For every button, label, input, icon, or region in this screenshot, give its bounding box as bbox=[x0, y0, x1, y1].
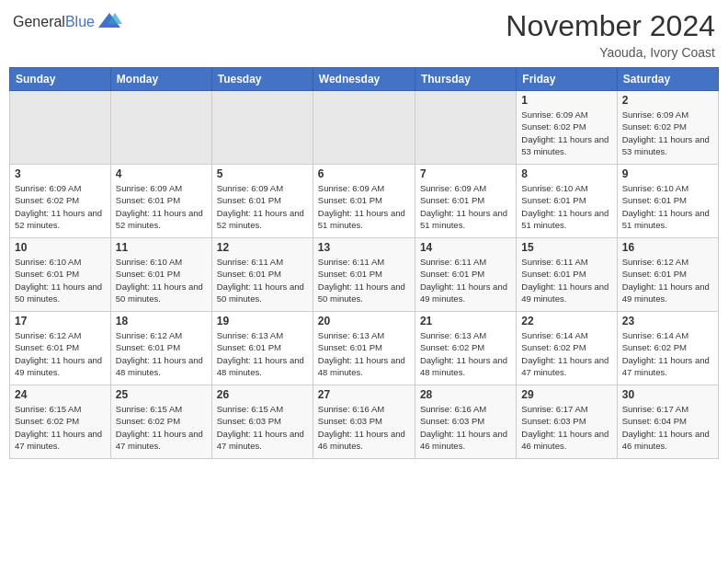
day-number: 14 bbox=[420, 241, 511, 254]
day-info: Sunrise: 6:13 AMSunset: 6:01 PMDaylight:… bbox=[217, 329, 308, 378]
day-number: 7 bbox=[420, 167, 511, 180]
day-info: Sunrise: 6:15 AMSunset: 6:03 PMDaylight:… bbox=[217, 403, 308, 452]
calendar-cell: 18Sunrise: 6:12 AMSunset: 6:01 PMDayligh… bbox=[110, 312, 211, 385]
calendar-cell: 1Sunrise: 6:09 AMSunset: 6:02 PMDaylight… bbox=[517, 91, 617, 165]
day-number: 15 bbox=[521, 241, 611, 254]
day-number: 11 bbox=[116, 241, 207, 254]
title-block: November 2024 Yaouda, Ivory Coast bbox=[506, 9, 715, 60]
day-number: 8 bbox=[521, 167, 611, 180]
day-info: Sunrise: 6:09 AMSunset: 6:02 PMDaylight:… bbox=[622, 109, 713, 157]
calendar-cell: 15Sunrise: 6:11 AMSunset: 6:01 PMDayligh… bbox=[517, 238, 617, 312]
calendar-week-row: 24Sunrise: 6:15 AMSunset: 6:02 PMDayligh… bbox=[10, 385, 719, 459]
day-number: 5 bbox=[217, 167, 308, 180]
calendar-cell: 17Sunrise: 6:12 AMSunset: 6:01 PMDayligh… bbox=[10, 312, 111, 385]
day-number: 28 bbox=[420, 388, 511, 401]
day-info: Sunrise: 6:11 AMSunset: 6:01 PMDaylight:… bbox=[318, 256, 410, 304]
day-number: 17 bbox=[15, 315, 106, 327]
day-info: Sunrise: 6:12 AMSunset: 6:01 PMDaylight:… bbox=[15, 329, 106, 378]
calendar-cell: 23Sunrise: 6:14 AMSunset: 6:02 PMDayligh… bbox=[617, 312, 718, 385]
weekday-header: Sunday bbox=[10, 68, 111, 91]
day-number: 10 bbox=[15, 241, 106, 254]
calendar-cell: 27Sunrise: 6:16 AMSunset: 6:03 PMDayligh… bbox=[313, 385, 415, 459]
calendar-cell: 6Sunrise: 6:09 AMSunset: 6:01 PMDaylight… bbox=[313, 165, 415, 238]
location: Yaouda, Ivory Coast bbox=[506, 45, 715, 60]
day-number: 26 bbox=[217, 388, 308, 401]
day-info: Sunrise: 6:11 AMSunset: 6:01 PMDaylight:… bbox=[521, 256, 611, 304]
day-number: 20 bbox=[318, 315, 410, 327]
day-info: Sunrise: 6:10 AMSunset: 6:01 PMDaylight:… bbox=[521, 182, 611, 231]
calendar-cell: 26Sunrise: 6:15 AMSunset: 6:03 PMDayligh… bbox=[211, 385, 313, 459]
calendar-cell: 19Sunrise: 6:13 AMSunset: 6:01 PMDayligh… bbox=[211, 312, 313, 385]
day-number: 3 bbox=[15, 167, 106, 180]
weekday-header: Saturday bbox=[617, 68, 718, 91]
day-info: Sunrise: 6:12 AMSunset: 6:01 PMDaylight:… bbox=[116, 329, 207, 378]
weekday-header: Friday bbox=[517, 68, 617, 91]
calendar-cell: 9Sunrise: 6:10 AMSunset: 6:01 PMDaylight… bbox=[617, 165, 718, 238]
logo-general-text: General bbox=[13, 14, 65, 29]
calendar-cell bbox=[10, 91, 111, 165]
page: GeneralBlue November 2024 Yaouda, Ivory … bbox=[0, 0, 728, 563]
calendar-cell: 2Sunrise: 6:09 AMSunset: 6:02 PMDaylight… bbox=[617, 91, 718, 165]
day-info: Sunrise: 6:12 AMSunset: 6:01 PMDaylight:… bbox=[622, 256, 713, 304]
weekday-header: Tuesday bbox=[211, 68, 313, 91]
day-info: Sunrise: 6:15 AMSunset: 6:02 PMDaylight:… bbox=[15, 403, 106, 452]
day-info: Sunrise: 6:09 AMSunset: 6:02 PMDaylight:… bbox=[15, 182, 106, 231]
month-year: November 2024 bbox=[506, 9, 715, 43]
calendar-cell: 11Sunrise: 6:10 AMSunset: 6:01 PMDayligh… bbox=[110, 238, 211, 312]
day-number: 25 bbox=[116, 388, 207, 401]
day-info: Sunrise: 6:09 AMSunset: 6:01 PMDaylight:… bbox=[217, 182, 308, 231]
calendar-cell: 20Sunrise: 6:13 AMSunset: 6:01 PMDayligh… bbox=[313, 312, 415, 385]
calendar-week-row: 1Sunrise: 6:09 AMSunset: 6:02 PMDaylight… bbox=[10, 91, 719, 165]
day-info: Sunrise: 6:09 AMSunset: 6:01 PMDaylight:… bbox=[116, 182, 207, 231]
day-number: 1 bbox=[521, 94, 611, 107]
calendar-cell: 25Sunrise: 6:15 AMSunset: 6:02 PMDayligh… bbox=[110, 385, 211, 459]
day-number: 27 bbox=[318, 388, 410, 401]
calendar-cell: 29Sunrise: 6:17 AMSunset: 6:03 PMDayligh… bbox=[517, 385, 617, 459]
calendar-cell: 14Sunrise: 6:11 AMSunset: 6:01 PMDayligh… bbox=[415, 238, 516, 312]
day-number: 24 bbox=[15, 388, 106, 401]
day-number: 21 bbox=[420, 315, 511, 327]
day-number: 6 bbox=[318, 167, 410, 180]
calendar-cell: 12Sunrise: 6:11 AMSunset: 6:01 PMDayligh… bbox=[211, 238, 313, 312]
calendar-cell: 3Sunrise: 6:09 AMSunset: 6:02 PMDaylight… bbox=[10, 165, 111, 238]
header: GeneralBlue November 2024 Yaouda, Ivory … bbox=[9, 9, 719, 60]
day-info: Sunrise: 6:09 AMSunset: 6:01 PMDaylight:… bbox=[318, 182, 410, 231]
calendar-cell: 24Sunrise: 6:15 AMSunset: 6:02 PMDayligh… bbox=[10, 385, 111, 459]
weekday-header: Monday bbox=[110, 68, 211, 91]
calendar-body: 1Sunrise: 6:09 AMSunset: 6:02 PMDaylight… bbox=[10, 91, 719, 459]
day-info: Sunrise: 6:11 AMSunset: 6:01 PMDaylight:… bbox=[217, 256, 308, 304]
day-info: Sunrise: 6:13 AMSunset: 6:02 PMDaylight:… bbox=[420, 329, 511, 378]
day-info: Sunrise: 6:10 AMSunset: 6:01 PMDaylight:… bbox=[15, 256, 106, 304]
day-number: 13 bbox=[318, 241, 410, 254]
calendar-cell bbox=[313, 91, 415, 165]
calendar-week-row: 10Sunrise: 6:10 AMSunset: 6:01 PMDayligh… bbox=[10, 238, 719, 312]
calendar-cell bbox=[211, 91, 313, 165]
calendar-cell: 8Sunrise: 6:10 AMSunset: 6:01 PMDaylight… bbox=[517, 165, 617, 238]
day-info: Sunrise: 6:09 AMSunset: 6:01 PMDaylight:… bbox=[420, 182, 511, 231]
day-number: 9 bbox=[622, 167, 713, 180]
day-number: 22 bbox=[521, 315, 611, 327]
day-info: Sunrise: 6:14 AMSunset: 6:02 PMDaylight:… bbox=[622, 329, 713, 378]
day-info: Sunrise: 6:11 AMSunset: 6:01 PMDaylight:… bbox=[420, 256, 511, 304]
calendar-cell: 5Sunrise: 6:09 AMSunset: 6:01 PMDaylight… bbox=[211, 165, 313, 238]
logo-blue-text: Blue bbox=[65, 14, 95, 29]
day-number: 2 bbox=[622, 94, 713, 107]
weekday-header: Wednesday bbox=[313, 68, 415, 91]
calendar-cell: 4Sunrise: 6:09 AMSunset: 6:01 PMDaylight… bbox=[110, 165, 211, 238]
calendar: SundayMondayTuesdayWednesdayThursdayFrid… bbox=[9, 67, 719, 459]
weekday-header: Thursday bbox=[415, 68, 516, 91]
calendar-week-row: 3Sunrise: 6:09 AMSunset: 6:02 PMDaylight… bbox=[10, 165, 719, 238]
day-info: Sunrise: 6:17 AMSunset: 6:03 PMDaylight:… bbox=[521, 403, 611, 452]
day-number: 4 bbox=[116, 167, 207, 180]
day-info: Sunrise: 6:16 AMSunset: 6:03 PMDaylight:… bbox=[318, 403, 410, 452]
day-number: 12 bbox=[217, 241, 308, 254]
day-number: 23 bbox=[622, 315, 713, 327]
calendar-cell: 22Sunrise: 6:14 AMSunset: 6:02 PMDayligh… bbox=[517, 312, 617, 385]
calendar-cell: 13Sunrise: 6:11 AMSunset: 6:01 PMDayligh… bbox=[313, 238, 415, 312]
day-number: 30 bbox=[622, 388, 713, 401]
logo: GeneralBlue bbox=[13, 9, 122, 35]
calendar-cell: 30Sunrise: 6:17 AMSunset: 6:04 PMDayligh… bbox=[617, 385, 718, 459]
calendar-cell: 16Sunrise: 6:12 AMSunset: 6:01 PMDayligh… bbox=[617, 238, 718, 312]
day-number: 19 bbox=[217, 315, 308, 327]
calendar-cell bbox=[110, 91, 211, 165]
